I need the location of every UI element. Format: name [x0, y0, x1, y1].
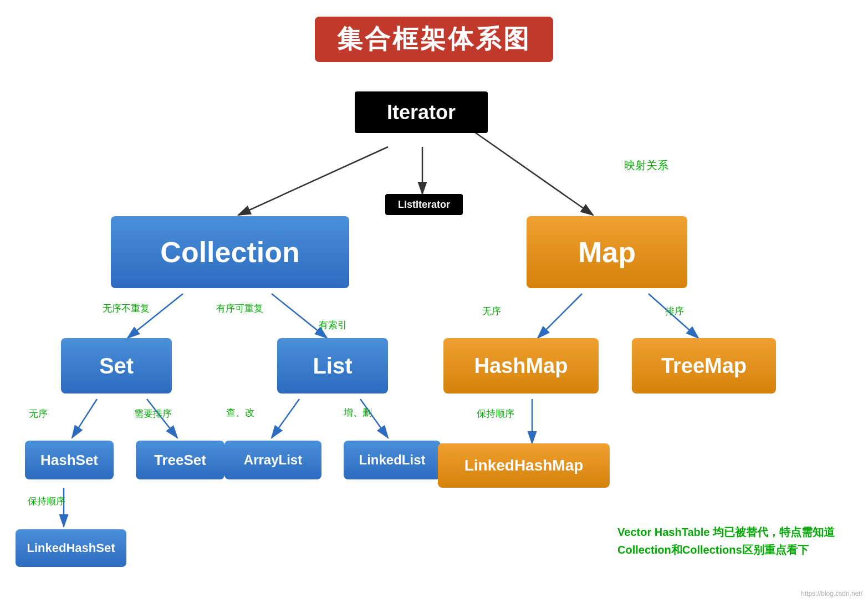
query-modify-label: 查、改: [226, 406, 254, 419]
svg-line-12: [272, 399, 299, 438]
footer-notes: Vector HashTable 均已被替代，特点需知道 Collection和…: [617, 523, 835, 559]
need-sort-label: 需要排序: [134, 407, 172, 420]
arrows-svg: [0, 0, 868, 603]
keep-order2-label: 保持顺序: [28, 495, 65, 508]
listiterator-node: ListIterator: [385, 194, 463, 215]
watermark: https://blog.csdn.net/: [801, 590, 862, 597]
diagram-container: 集合框架体系图 Iterator ListIterator Collection…: [0, 0, 868, 603]
map-node: Map: [527, 216, 687, 288]
unordered-map-label: 无序: [482, 305, 501, 318]
title-box: 集合框架体系图: [315, 17, 553, 62]
no-order-label: 无序: [29, 407, 48, 420]
keep-order-label: 保持顺序: [477, 407, 514, 420]
mapping-relation-label: 映射关系: [624, 158, 668, 173]
unordered-nodup-label: 无序不重复: [103, 302, 150, 315]
svg-line-4: [460, 122, 593, 215]
linkedhashset-node: LinkedHashSet: [16, 529, 126, 567]
arraylist-node: ArrayList: [224, 441, 321, 479]
collection-node: Collection: [111, 216, 349, 288]
linkedhashmap-node: LinkedHashMap: [438, 443, 610, 488]
treeset-node: TreeSet: [136, 441, 224, 479]
treemap-node: TreeMap: [632, 338, 776, 394]
svg-line-8: [538, 294, 582, 338]
hashmap-node: HashMap: [443, 338, 599, 394]
add-delete-label: 增、删: [344, 406, 372, 419]
svg-line-6: [272, 294, 327, 338]
linkedlist-node: LinkedList: [344, 441, 441, 479]
with-index-label: 有索引: [319, 319, 347, 331]
footer-line2: Collection和Collections区别重点看下: [617, 541, 835, 559]
ordered-dup-label: 有序可重复: [216, 302, 263, 315]
set-node: Set: [61, 338, 172, 394]
svg-line-2: [238, 147, 388, 215]
svg-line-5: [127, 294, 183, 338]
iterator-node: Iterator: [355, 91, 488, 133]
title-text: 集合框架体系图: [337, 22, 531, 57]
hashset-node: HashSet: [25, 441, 114, 479]
svg-line-10: [72, 399, 97, 438]
list-node: List: [277, 338, 388, 394]
footer-line1: Vector HashTable 均已被替代，特点需知道: [617, 523, 835, 541]
sort-label: 排序: [665, 305, 684, 318]
